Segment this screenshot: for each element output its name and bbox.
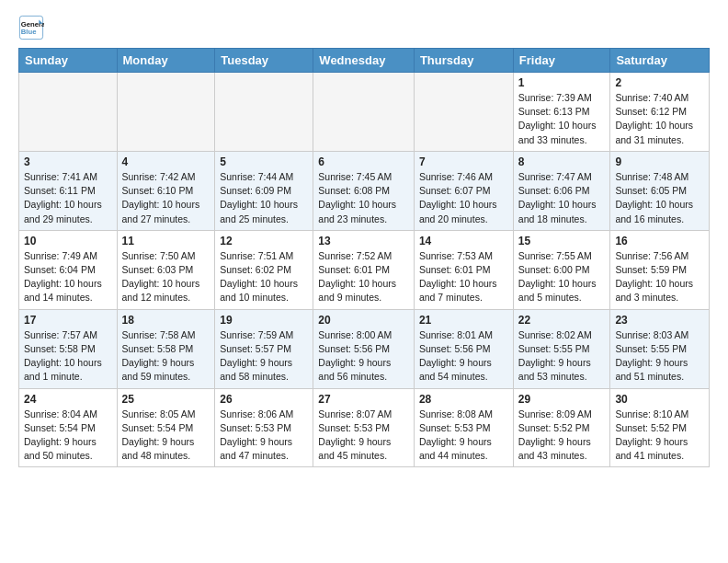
day-number: 2: [615, 76, 704, 89]
day-number: 5: [220, 155, 308, 168]
calendar-cell-7: 7Sunrise: 7:46 AMSunset: 6:07 PMDaylight…: [414, 151, 513, 230]
day-info: Sunrise: 8:05 AMSunset: 5:54 PMDaylight:…: [122, 408, 210, 464]
day-number: 21: [419, 314, 508, 327]
day-info: Sunrise: 8:01 AMSunset: 5:56 PMDaylight:…: [419, 328, 508, 385]
calendar-header-monday: Monday: [117, 49, 215, 73]
calendar-cell-15: 15Sunrise: 7:55 AMSunset: 6:00 PMDayligh…: [513, 230, 610, 309]
calendar-week-0: 1Sunrise: 7:39 AMSunset: 6:13 PMDaylight…: [19, 73, 710, 152]
day-info: Sunrise: 7:52 AMSunset: 6:01 PMDaylight:…: [318, 249, 409, 305]
day-info: Sunrise: 8:10 AMSunset: 5:52 PMDaylight:…: [615, 408, 704, 464]
calendar-header-wednesday: Wednesday: [313, 49, 415, 73]
day-number: 25: [122, 393, 210, 406]
day-number: 22: [518, 314, 606, 327]
day-number: 1: [518, 76, 606, 89]
calendar-cell-8: 8Sunrise: 7:47 AMSunset: 6:06 PMDaylight…: [513, 151, 610, 230]
logo-icon: General Blue: [18, 15, 44, 40]
calendar-cell-10: 10Sunrise: 7:49 AMSunset: 6:04 PMDayligh…: [19, 230, 118, 309]
day-info: Sunrise: 7:58 AMSunset: 5:58 PMDaylight:…: [122, 328, 210, 385]
page: General Blue SundayMondayTuesdayWednesda…: [0, 0, 728, 482]
day-info: Sunrise: 8:09 AMSunset: 5:52 PMDaylight:…: [518, 408, 606, 464]
calendar-cell-22: 22Sunrise: 8:02 AMSunset: 5:55 PMDayligh…: [513, 309, 610, 388]
day-info: Sunrise: 8:03 AMSunset: 5:55 PMDaylight:…: [615, 328, 704, 385]
calendar-cell-14: 14Sunrise: 7:53 AMSunset: 6:01 PMDayligh…: [414, 230, 513, 309]
calendar-header-sunday: Sunday: [19, 49, 118, 73]
calendar-cell-empty-4: [414, 73, 513, 152]
day-number: 9: [615, 155, 704, 168]
calendar-header-row: SundayMondayTuesdayWednesdayThursdayFrid…: [19, 49, 710, 73]
day-number: 17: [24, 314, 112, 327]
day-number: 10: [24, 235, 112, 247]
calendar-week-3: 17Sunrise: 7:57 AMSunset: 5:58 PMDayligh…: [19, 309, 710, 388]
day-number: 3: [24, 155, 112, 168]
day-number: 24: [24, 393, 112, 406]
day-info: Sunrise: 7:48 AMSunset: 6:05 PMDaylight:…: [615, 170, 704, 226]
calendar-week-2: 10Sunrise: 7:49 AMSunset: 6:04 PMDayligh…: [19, 230, 710, 309]
day-number: 16: [615, 235, 704, 247]
header: General Blue: [18, 15, 710, 40]
calendar-cell-17: 17Sunrise: 7:57 AMSunset: 5:58 PMDayligh…: [19, 309, 118, 388]
logo: General Blue: [18, 15, 44, 40]
day-info: Sunrise: 7:47 AMSunset: 6:06 PMDaylight:…: [518, 170, 606, 226]
calendar-cell-3: 3Sunrise: 7:41 AMSunset: 6:11 PMDaylight…: [19, 151, 118, 230]
day-info: Sunrise: 7:46 AMSunset: 6:07 PMDaylight:…: [419, 170, 508, 226]
calendar-cell-11: 11Sunrise: 7:50 AMSunset: 6:03 PMDayligh…: [117, 230, 215, 309]
calendar-cell-29: 29Sunrise: 8:09 AMSunset: 5:52 PMDayligh…: [513, 388, 610, 467]
day-info: Sunrise: 7:41 AMSunset: 6:11 PMDaylight:…: [24, 170, 112, 226]
calendar-week-1: 3Sunrise: 7:41 AMSunset: 6:11 PMDaylight…: [19, 151, 710, 230]
calendar-cell-21: 21Sunrise: 8:01 AMSunset: 5:56 PMDayligh…: [414, 309, 513, 388]
calendar-header-tuesday: Tuesday: [215, 49, 313, 73]
day-number: 29: [518, 393, 606, 406]
calendar-cell-24: 24Sunrise: 8:04 AMSunset: 5:54 PMDayligh…: [19, 388, 118, 467]
day-info: Sunrise: 7:53 AMSunset: 6:01 PMDaylight:…: [419, 249, 508, 305]
day-info: Sunrise: 7:45 AMSunset: 6:08 PMDaylight:…: [318, 170, 409, 226]
calendar-header-friday: Friday: [513, 49, 610, 73]
calendar-cell-25: 25Sunrise: 8:05 AMSunset: 5:54 PMDayligh…: [117, 388, 215, 467]
day-info: Sunrise: 7:50 AMSunset: 6:03 PMDaylight:…: [122, 249, 210, 305]
svg-text:Blue: Blue: [21, 28, 37, 36]
calendar-cell-19: 19Sunrise: 7:59 AMSunset: 5:57 PMDayligh…: [215, 309, 313, 388]
day-info: Sunrise: 8:04 AMSunset: 5:54 PMDaylight:…: [24, 408, 112, 464]
calendar-cell-16: 16Sunrise: 7:56 AMSunset: 5:59 PMDayligh…: [610, 230, 710, 309]
day-number: 18: [122, 314, 210, 327]
calendar-cell-13: 13Sunrise: 7:52 AMSunset: 6:01 PMDayligh…: [313, 230, 415, 309]
calendar-cell-26: 26Sunrise: 8:06 AMSunset: 5:53 PMDayligh…: [215, 388, 313, 467]
calendar-cell-5: 5Sunrise: 7:44 AMSunset: 6:09 PMDaylight…: [215, 151, 313, 230]
calendar-cell-1: 1Sunrise: 7:39 AMSunset: 6:13 PMDaylight…: [513, 73, 610, 152]
day-number: 6: [318, 155, 409, 168]
day-info: Sunrise: 7:55 AMSunset: 6:00 PMDaylight:…: [518, 249, 606, 305]
calendar-table: SundayMondayTuesdayWednesdayThursdayFrid…: [18, 48, 710, 467]
calendar-cell-30: 30Sunrise: 8:10 AMSunset: 5:52 PMDayligh…: [610, 388, 710, 467]
calendar-cell-4: 4Sunrise: 7:42 AMSunset: 6:10 PMDaylight…: [117, 151, 215, 230]
day-number: 13: [318, 235, 409, 247]
day-info: Sunrise: 8:07 AMSunset: 5:53 PMDaylight:…: [318, 408, 409, 464]
day-info: Sunrise: 7:56 AMSunset: 5:59 PMDaylight:…: [615, 249, 704, 305]
day-info: Sunrise: 7:59 AMSunset: 5:57 PMDaylight:…: [220, 328, 308, 385]
calendar-cell-9: 9Sunrise: 7:48 AMSunset: 6:05 PMDaylight…: [610, 151, 710, 230]
day-number: 15: [518, 235, 606, 247]
calendar-cell-empty-1: [117, 73, 215, 152]
day-number: 20: [318, 314, 409, 327]
svg-text:General: General: [21, 20, 44, 29]
calendar-cell-12: 12Sunrise: 7:51 AMSunset: 6:02 PMDayligh…: [215, 230, 313, 309]
calendar-cell-2: 2Sunrise: 7:40 AMSunset: 6:12 PMDaylight…: [610, 73, 710, 152]
calendar-cell-6: 6Sunrise: 7:45 AMSunset: 6:08 PMDaylight…: [313, 151, 415, 230]
calendar-cell-20: 20Sunrise: 8:00 AMSunset: 5:56 PMDayligh…: [313, 309, 415, 388]
day-info: Sunrise: 8:08 AMSunset: 5:53 PMDaylight:…: [419, 408, 508, 464]
day-number: 19: [220, 314, 308, 327]
day-number: 7: [419, 155, 508, 168]
day-number: 12: [220, 235, 308, 247]
day-number: 30: [615, 393, 704, 406]
day-number: 26: [220, 393, 308, 406]
day-info: Sunrise: 7:49 AMSunset: 6:04 PMDaylight:…: [24, 249, 112, 305]
calendar-cell-28: 28Sunrise: 8:08 AMSunset: 5:53 PMDayligh…: [414, 388, 513, 467]
calendar-cell-18: 18Sunrise: 7:58 AMSunset: 5:58 PMDayligh…: [117, 309, 215, 388]
calendar-header-thursday: Thursday: [414, 49, 513, 73]
day-info: Sunrise: 8:02 AMSunset: 5:55 PMDaylight:…: [518, 328, 606, 385]
day-number: 8: [518, 155, 606, 168]
day-number: 4: [122, 155, 210, 168]
calendar-cell-empty-2: [215, 73, 313, 152]
day-number: 28: [419, 393, 508, 406]
day-info: Sunrise: 7:51 AMSunset: 6:02 PMDaylight:…: [220, 249, 308, 305]
calendar-cell-27: 27Sunrise: 8:07 AMSunset: 5:53 PMDayligh…: [313, 388, 415, 467]
day-info: Sunrise: 7:44 AMSunset: 6:09 PMDaylight:…: [220, 170, 308, 226]
